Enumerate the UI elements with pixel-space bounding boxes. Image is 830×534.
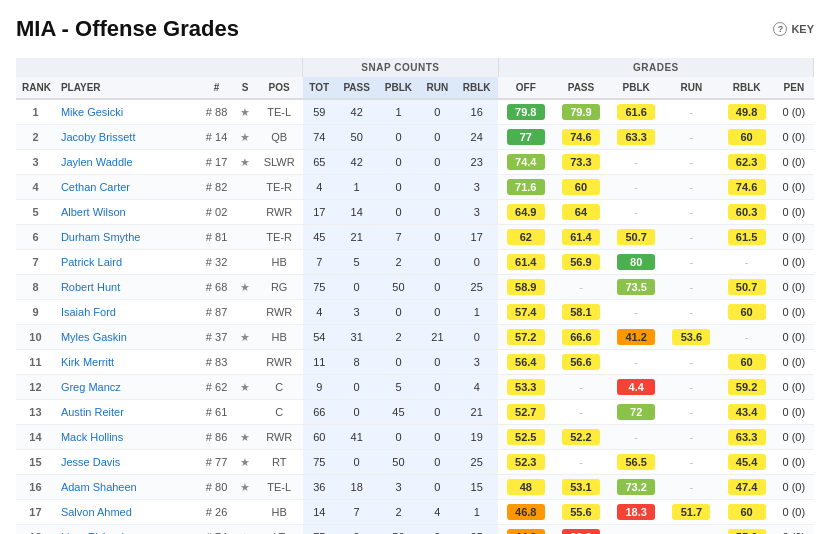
cell-pblk: 0	[377, 150, 419, 175]
cell-run: 0	[420, 450, 456, 475]
player-link[interactable]: Greg Mancz	[61, 381, 121, 393]
cell-run: 0	[420, 225, 456, 250]
cell-star: ★	[234, 275, 256, 300]
cell-player[interactable]: Isaiah Ford	[55, 300, 199, 325]
cell-g-pblk: -	[609, 350, 664, 375]
player-link[interactable]: Albert Wilson	[61, 206, 126, 218]
player-link[interactable]: Cethan Carter	[61, 181, 130, 193]
cell-g-pblk: -	[609, 525, 664, 535]
player-link[interactable]: Patrick Laird	[61, 256, 122, 268]
cell-pblk: 0	[377, 175, 419, 200]
player-link[interactable]: Jesse Davis	[61, 456, 120, 468]
page-title-row: MIA - Offense Grades ? KEY	[16, 16, 814, 42]
key-button[interactable]: ? KEY	[773, 22, 814, 36]
cell-pass: 1	[336, 175, 377, 200]
cell-tot: 65	[303, 150, 336, 175]
cell-player[interactable]: Jacoby Brissett	[55, 125, 199, 150]
cell-player[interactable]: Mike Gesicki	[55, 99, 199, 125]
cell-player[interactable]: Austin Reiter	[55, 400, 199, 425]
player-link[interactable]: Jacoby Brissett	[61, 131, 136, 143]
cell-g-run: -	[664, 400, 719, 425]
cell-rblk: 17	[455, 225, 498, 250]
cell-pos: QB	[256, 125, 303, 150]
player-link[interactable]: Kirk Merritt	[61, 356, 114, 368]
cell-g-pblk: 80	[609, 250, 664, 275]
cell-tot: 11	[303, 350, 336, 375]
cell-pen: 0 (0)	[774, 500, 813, 525]
cell-player[interactable]: Jaylen Waddle	[55, 150, 199, 175]
cell-g-pblk: 56.5	[609, 450, 664, 475]
cell-number: # 83	[199, 350, 234, 375]
col-player: PLAYER	[55, 77, 199, 99]
cell-g-rblk: -	[719, 250, 774, 275]
cell-pos: TE-L	[256, 99, 303, 125]
cell-player[interactable]: Adam Shaheen	[55, 475, 199, 500]
cell-player[interactable]: Cethan Carter	[55, 175, 199, 200]
cell-star	[234, 400, 256, 425]
cell-rank: 10	[16, 325, 55, 350]
cell-pblk: 2	[377, 250, 419, 275]
cell-g-pblk: 41.2	[609, 325, 664, 350]
cell-off: 77	[498, 125, 553, 150]
cell-g-pass: 29.9	[553, 525, 608, 535]
cell-player[interactable]: Greg Mancz	[55, 375, 199, 400]
cell-tot: 45	[303, 225, 336, 250]
cell-g-pblk: -	[609, 175, 664, 200]
cell-player[interactable]: Jesse Davis	[55, 450, 199, 475]
player-link[interactable]: Mack Hollins	[61, 431, 123, 443]
table-row: 17 Salvon Ahmed # 26 HB 14 7 2 4 1 46.8 …	[16, 500, 814, 525]
cell-player[interactable]: Durham Smythe	[55, 225, 199, 250]
cell-g-pass: -	[553, 275, 608, 300]
table-body: 1 Mike Gesicki # 88 ★ TE-L 59 42 1 0 16 …	[16, 99, 814, 534]
player-link[interactable]: Jaylen Waddle	[61, 156, 133, 168]
cell-player[interactable]: Liam Eichenberg	[55, 525, 199, 535]
group-header-snap: SNAP COUNTS	[303, 58, 499, 77]
table-row: 18 Liam Eichenberg # 74 ★ LT 75 0 50 0 2…	[16, 525, 814, 535]
player-link[interactable]: Durham Smythe	[61, 231, 140, 243]
cell-player[interactable]: Kirk Merritt	[55, 350, 199, 375]
cell-pen: 0 (0)	[774, 200, 813, 225]
player-link[interactable]: Isaiah Ford	[61, 306, 116, 318]
player-link[interactable]: Robert Hunt	[61, 281, 120, 293]
cell-pen: 0 (0)	[774, 400, 813, 425]
cell-star: ★	[234, 425, 256, 450]
cell-player[interactable]: Albert Wilson	[55, 200, 199, 225]
cell-player[interactable]: Patrick Laird	[55, 250, 199, 275]
cell-pass: 21	[336, 225, 377, 250]
cell-run: 0	[420, 200, 456, 225]
player-link[interactable]: Austin Reiter	[61, 406, 124, 418]
cell-g-pass: 79.9	[553, 99, 608, 125]
player-link[interactable]: Adam Shaheen	[61, 481, 137, 493]
cell-player[interactable]: Myles Gaskin	[55, 325, 199, 350]
player-link[interactable]: Salvon Ahmed	[61, 506, 132, 518]
table-row: 10 Myles Gaskin # 37 ★ HB 54 31 2 21 0 5…	[16, 325, 814, 350]
cell-pen: 0 (0)	[774, 475, 813, 500]
cell-player[interactable]: Salvon Ahmed	[55, 500, 199, 525]
cell-pen: 0 (0)	[774, 300, 813, 325]
cell-rank: 12	[16, 375, 55, 400]
cell-rank: 3	[16, 150, 55, 175]
col-pblk: PBLK	[377, 77, 419, 99]
cell-g-pass: -	[553, 400, 608, 425]
player-link[interactable]: Mike Gesicki	[61, 106, 123, 118]
cell-pos: SLWR	[256, 150, 303, 175]
col-number: #	[199, 77, 234, 99]
cell-pass: 8	[336, 350, 377, 375]
cell-g-pass: 52.2	[553, 425, 608, 450]
cell-number: # 88	[199, 99, 234, 125]
group-header-row: SNAP COUNTS GRADES	[16, 58, 814, 77]
cell-tot: 74	[303, 125, 336, 150]
cell-pass: 0	[336, 400, 377, 425]
cell-rblk: 25	[455, 275, 498, 300]
cell-rblk: 16	[455, 99, 498, 125]
cell-pos: RWR	[256, 200, 303, 225]
cell-g-run: -	[664, 525, 719, 535]
player-link[interactable]: Myles Gaskin	[61, 331, 127, 343]
cell-g-pblk: 50.7	[609, 225, 664, 250]
cell-player[interactable]: Robert Hunt	[55, 275, 199, 300]
cell-pen: 0 (0)	[774, 425, 813, 450]
cell-g-run: -	[664, 375, 719, 400]
cell-g-pass: 56.6	[553, 350, 608, 375]
col-tot: TOT	[303, 77, 336, 99]
cell-player[interactable]: Mack Hollins	[55, 425, 199, 450]
